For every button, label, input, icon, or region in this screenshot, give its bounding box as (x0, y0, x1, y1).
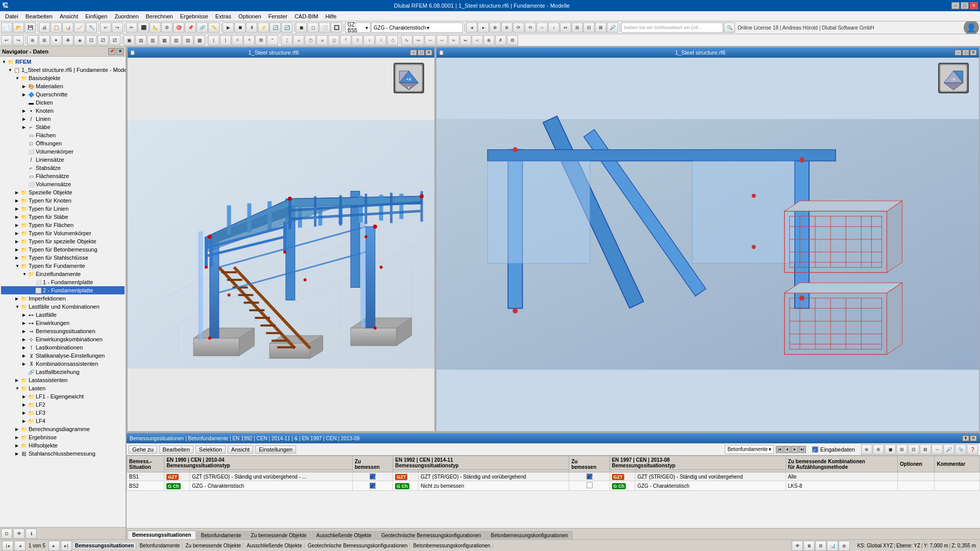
st-b5[interactable]: ⊕ (839, 541, 850, 551)
nav-typen-beton[interactable]: ▶ 📁 Typen für Betonbemessung (1, 245, 125, 254)
bottom-expand[interactable]: ⬆ (962, 435, 969, 441)
tool11[interactable]: ⚙ (161, 22, 173, 33)
view-right-maximize[interactable]: □ (962, 49, 969, 56)
bp-t6[interactable]: ⊠ (920, 444, 931, 455)
t27[interactable]: ▸ (478, 22, 489, 33)
tab-betonfund[interactable]: Betonfundamente (197, 531, 246, 539)
sb-t1[interactable]: |◂ (2, 541, 13, 551)
tab-geotechn[interactable]: Geotechnische Bemessungskonfigurationen (377, 531, 486, 539)
bp-t4[interactable]: ⊞ (896, 444, 908, 455)
view-left-maximize[interactable]: □ (418, 49, 425, 56)
nav-stahlanschluss[interactable]: ▶ ⛓ Stahlanschlussbemessung (1, 449, 125, 458)
view-right-close[interactable]: ✕ (970, 49, 977, 56)
nav-oeffnungen[interactable]: □ Öffnungen (1, 139, 125, 147)
bottom-close[interactable]: ✕ (970, 435, 977, 441)
menu-optionen[interactable]: Optionen (235, 12, 264, 20)
nav-knoten[interactable]: ▶ • Knoten (1, 107, 125, 115)
nav-linien[interactable]: ▶ / Linien (1, 115, 125, 123)
nav-lastfallbez[interactable]: 🔗 Lastfallbeziehung (1, 368, 125, 376)
search-btn[interactable]: 🔍 (724, 22, 735, 33)
t35[interactable]: ⊞ (572, 22, 583, 33)
r2-t2[interactable]: ↪ (13, 35, 24, 45)
nav-typen-flaechen[interactable]: ▶ 📁 Typen für Flächen (1, 221, 125, 229)
nav-data-btn[interactable]: D (1, 529, 12, 539)
nav-lf4[interactable]: ▶ 📁 LF4 (1, 417, 125, 425)
nav-lf3[interactable]: ▶ 📁 LF3 (1, 409, 125, 417)
nav-lastass[interactable]: ▶ 📁 Lastassistenten (1, 376, 125, 384)
nav-fund1[interactable]: ⬜ 1 - Fundamentplatte (1, 278, 125, 286)
nav-prev[interactable]: ◂ (783, 446, 791, 453)
t28[interactable]: ⊕ (489, 22, 501, 33)
table-row-bs1[interactable]: BS1 GZT GZT (STR/GEO) - Ständig und vorü… (127, 472, 980, 481)
r2-t43[interactable]: ⚙ (507, 35, 518, 45)
nav-typen-stahl[interactable]: ▶ 📁 Typen für Stahlschlüsse (1, 254, 125, 262)
nav-typen-linien[interactable]: ▶ 📁 Typen für Linien (1, 205, 125, 213)
nav-typen-staebe[interactable]: ▶ 📁 Typen für Stäbe (1, 213, 125, 221)
bearbeiten-button[interactable]: Bearbeiten (159, 445, 193, 454)
r2-t26[interactable]: ⍞ (305, 35, 316, 45)
r2-t16[interactable]: ▨ (182, 35, 193, 45)
t29[interactable]: ⊗ (501, 22, 512, 33)
nav-liniensaetze[interactable]: / Liniensätze (1, 156, 125, 164)
menu-hilfe[interactable]: Hilfe (322, 12, 339, 20)
r2-t24[interactable]: ⌶ (281, 35, 292, 45)
r2-t31[interactable]: ⍣ (363, 35, 375, 45)
t37[interactable]: ⊠ (595, 22, 606, 33)
t33[interactable]: ↕ (548, 22, 559, 33)
status-bemess-tab[interactable]: Bemessungssituationen (73, 543, 137, 548)
r2-t42[interactable]: ✗ (495, 35, 506, 45)
ansicht-button[interactable]: Ansicht (228, 445, 253, 454)
status-geotechn[interactable]: Geotechnische Bemessungskonfigurationen (306, 543, 410, 548)
nav-lastfaelle-kombi[interactable]: ▼ 📁 Lastfälle und Kombinationen (1, 303, 125, 311)
view-right-canvas[interactable]: -Y (436, 58, 979, 431)
r2-t39[interactable]: ∺ (460, 35, 471, 45)
orient-cube-left[interactable]: +X Y (394, 63, 429, 98)
r2-t13[interactable]: ▥ (147, 35, 158, 45)
user-avatar[interactable]: 👤 (964, 21, 979, 34)
r2-t41[interactable]: ⊕ (483, 35, 495, 45)
tool9[interactable]: ⬛ (138, 22, 149, 33)
r2-t14[interactable]: ▦ (159, 35, 170, 45)
st-b4[interactable]: 📊 (827, 541, 838, 551)
bottom-controls[interactable]: ⬆ ✕ (962, 435, 977, 441)
r2-t3[interactable]: ⊕ (27, 35, 38, 45)
nav-imperfekt[interactable]: ▶ 📁 Imperfektionen (1, 294, 125, 303)
print-button[interactable]: 🖨 (39, 22, 50, 33)
bp-t1[interactable]: ⊕ (861, 444, 872, 455)
r2-t27[interactable]: ⍟ (316, 35, 328, 45)
t25[interactable]: 🔲 (331, 22, 342, 33)
nav-typen-volumen[interactable]: ▶ 📁 Typen für Volumenkörper (1, 229, 125, 237)
nav-close-button[interactable]: ✕ (116, 48, 124, 55)
save-button[interactable]: 💾 (24, 22, 36, 33)
r2-t1[interactable]: ↩ (1, 35, 12, 45)
tool3[interactable]: 📊 (62, 22, 74, 33)
nav-lasten[interactable]: ▼ 📁 Lasten (1, 384, 125, 392)
nav-einzelfund[interactable]: ▼ 📁 Einzelfundamente (1, 270, 125, 278)
r2-t38[interactable]: ∻ (448, 35, 459, 45)
tool10[interactable]: 📐 (150, 22, 161, 33)
r2-t35[interactable]: ∾ (413, 35, 424, 45)
r2-t22[interactable]: ⌘ (255, 35, 266, 45)
r2-t4[interactable]: ⊞ (39, 35, 50, 45)
menu-bearbeiten[interactable]: Bearbeiten (22, 12, 56, 20)
nav-flaechen[interactable]: ▭ Flächen (1, 131, 125, 139)
minimize-button[interactable]: − (951, 2, 960, 9)
r2-t25[interactable]: ⍝ (293, 35, 304, 45)
nav-project[interactable]: ▼ 📋 1_Steel structure.rf6 | Fundamente -… (1, 66, 125, 74)
sb-t3[interactable]: ▸ (48, 541, 60, 551)
tool14[interactable]: 🔗 (197, 22, 208, 33)
menu-einfuegen[interactable]: Einfügen (82, 12, 110, 20)
nav-lf1[interactable]: ▶ 📁 LF1 - Eigengewicht (1, 392, 125, 400)
r2-t12[interactable]: ▤ (135, 35, 146, 45)
r2-t5[interactable]: ✦ (51, 35, 62, 45)
tool5[interactable]: 🔧 (86, 22, 97, 33)
orient-cube-right[interactable]: -Y (938, 63, 974, 98)
t17[interactable]: ⏹ (234, 22, 246, 33)
tool8[interactable]: ✏ (126, 22, 137, 33)
st-b3[interactable]: ⚙ (815, 541, 826, 551)
nav-fund2[interactable]: ⬜ 2 - Fundamentplatte (1, 286, 125, 294)
nav-root-rfem[interactable]: ▼ 📁 RFEM (1, 58, 125, 66)
nav-bemesssit[interactable]: ▶ ⊸ Bemessungssituationen (1, 327, 125, 335)
menu-extras[interactable]: Extras (212, 12, 234, 20)
t23[interactable]: ◻ (307, 22, 318, 33)
